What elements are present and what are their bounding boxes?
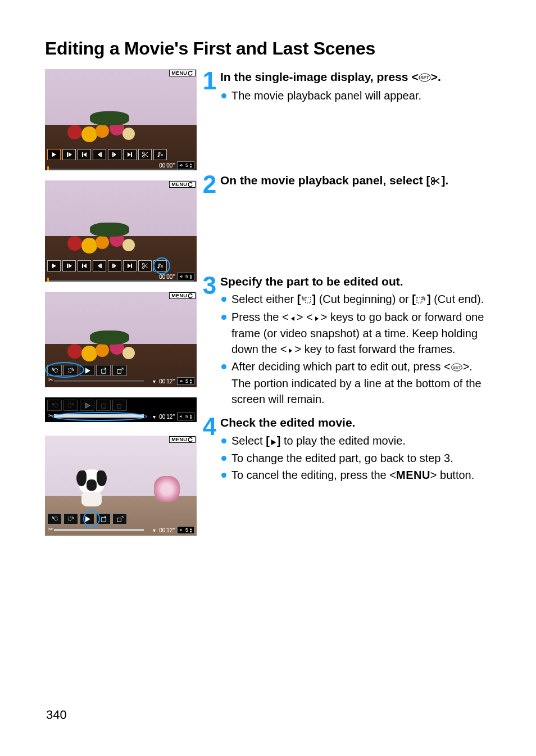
svg-rect-20: [54, 403, 57, 407]
screenshot-3: MENU ▾ 00'12" 5▴▾ ✂: [45, 292, 197, 387]
save-new-icon: [96, 400, 111, 411]
svg-rect-26: [101, 517, 105, 521]
screenshots-column: MENU 00'00" 5▴▾: [45, 69, 198, 546]
menu-badge: MENU: [169, 70, 196, 76]
svg-rect-25: [68, 517, 71, 520]
cut-begin-icon: [47, 400, 62, 411]
step-bullet: Select [] to play the edited movie.: [220, 433, 491, 450]
step-2: 2 On the movie playback panel, select []…: [198, 173, 491, 196]
svg-rect-22: [101, 404, 105, 408]
frame-fwd-icon: [108, 260, 121, 271]
menu-badge: MENU: [169, 292, 196, 299]
set-button-icon: SET: [419, 70, 431, 86]
highlight-ellipse: [45, 362, 84, 378]
svg-rect-27: [117, 518, 121, 522]
step-bullet: Select either [] (Cut beginning) or [] (…: [220, 292, 491, 309]
step-number: 3: [198, 274, 220, 409]
svg-rect-12: [131, 264, 132, 268]
svg-rect-2: [101, 152, 102, 157]
play-icon: [47, 149, 61, 160]
page-number: 340: [46, 708, 67, 722]
right-key-icon: [313, 311, 321, 327]
step-heading: In the single-image display, press <SET>…: [220, 69, 491, 86]
svg-rect-1: [82, 152, 83, 157]
step-heading: Check the edited movie.: [220, 415, 491, 431]
cut-begin-icon: [47, 513, 62, 524]
steps-column: 1 In the single-image display, press <SE…: [198, 69, 491, 546]
volume-indicator: 5▴▾: [177, 161, 194, 169]
svg-rect-24: [54, 517, 57, 520]
screenshot-4: ✂ ▾ 00'12" 5▴▾: [45, 397, 197, 422]
cut-end-icon: [63, 513, 78, 524]
svg-rect-8: [67, 264, 68, 268]
right-key-icon: [287, 343, 294, 359]
step-bullet: Press the <> <> keys to go back or forwa…: [220, 310, 491, 359]
set-button-icon: SET: [451, 360, 463, 376]
svg-rect-21: [68, 403, 71, 407]
play-icon: [270, 434, 277, 450]
step-number: 1: [198, 69, 220, 105]
step-number: 2: [198, 173, 220, 196]
skip-fwd-icon: [123, 260, 137, 271]
cut-end-icon: [63, 400, 78, 411]
highlight-ellipse: [52, 412, 147, 421]
step-4: 4 Check the edited movie. Select [] to p…: [198, 415, 491, 484]
skip-back-icon: [78, 149, 91, 160]
svg-rect-23: [117, 404, 121, 408]
volume-indicator: 5▴▾: [177, 273, 194, 280]
left-key-icon: [289, 311, 297, 327]
volume-indicator: 5▴▾: [177, 413, 194, 420]
svg-rect-32: [306, 297, 311, 303]
timecode: 00'12": [159, 527, 175, 533]
step-number: 4: [198, 415, 220, 484]
svg-rect-11: [112, 264, 113, 268]
svg-point-7: [158, 156, 160, 157]
svg-text:SET: SET: [452, 365, 461, 370]
highlight-circle: [153, 257, 170, 274]
step-1: 1 In the single-image display, press <SE…: [198, 69, 491, 105]
skip-fwd-icon: [123, 149, 137, 160]
svg-rect-3: [112, 152, 113, 157]
menu-badge: MENU: [169, 436, 196, 443]
timecode: 00'00": [159, 274, 175, 280]
frame-back-icon: [93, 260, 106, 271]
step-bullet: After deciding which part to edit out, p…: [220, 359, 491, 407]
svg-text:SET: SET: [420, 75, 429, 80]
highlight-circle: [83, 510, 100, 527]
scissors-icon: [138, 149, 152, 160]
slow-icon: [62, 260, 76, 271]
frame-back-icon: [93, 149, 106, 160]
cut-begin-icon: [301, 293, 312, 309]
svg-rect-10: [101, 264, 102, 268]
playback-controls: [47, 149, 167, 160]
save-compress-icon: [112, 513, 127, 524]
slow-icon: [62, 149, 76, 160]
svg-rect-33: [417, 297, 422, 303]
step-heading: On the movie playback panel, select [].: [220, 173, 491, 189]
svg-rect-18: [101, 369, 105, 373]
cut-end-icon: [416, 293, 427, 309]
timecode: 00'12": [159, 378, 175, 384]
music-icon: [153, 149, 167, 160]
page-title: Editing a Movie's First and Last Scenes: [45, 38, 491, 59]
frame-fwd-icon: [108, 149, 121, 160]
step-3: 3 Specify the part to be edited out. Sel…: [198, 274, 491, 409]
step-heading: Specify the part to be edited out.: [220, 274, 491, 289]
svg-rect-4: [131, 152, 132, 157]
menu-text: MENU: [396, 469, 430, 481]
save-compress-icon: [112, 400, 127, 411]
save-compress-icon: [112, 365, 127, 376]
svg-rect-0: [67, 152, 68, 157]
timecode: 00'12": [159, 414, 175, 420]
scissors-icon: [430, 174, 441, 189]
save-new-icon: [96, 365, 111, 376]
screenshot-2: MENU 00'00" 5▴▾: [45, 180, 197, 282]
screenshot-5: MENU ✂ ▾ 00'12" 5▴▾: [45, 436, 197, 536]
step-bullet: To cancel the editing, press the <MENU> …: [220, 468, 491, 483]
svg-rect-9: [82, 264, 83, 268]
play-icon: [47, 260, 61, 271]
volume-indicator: 5▴▾: [177, 526, 194, 534]
skip-back-icon: [78, 260, 91, 271]
scissors-icon: [138, 260, 152, 271]
screenshot-1: MENU 00'00" 5▴▾: [45, 69, 197, 170]
